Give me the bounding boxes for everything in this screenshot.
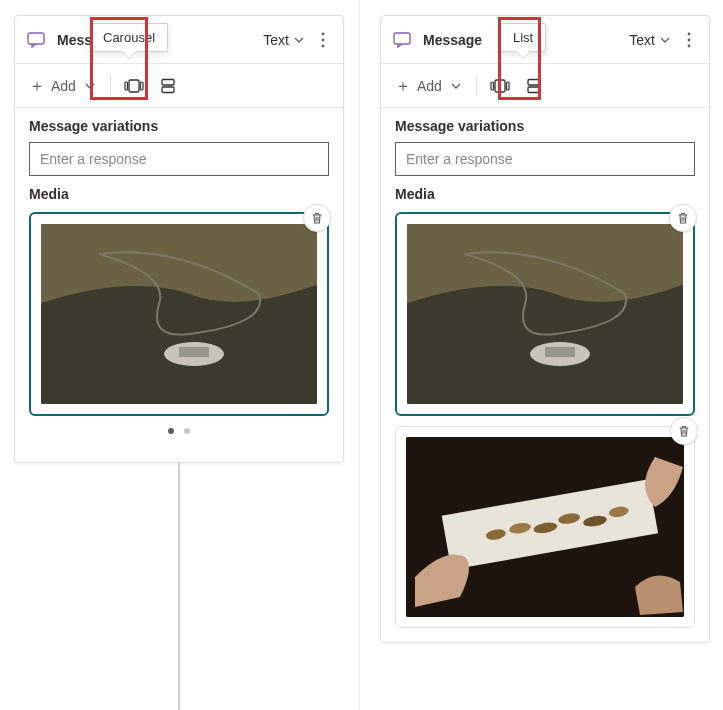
- svg-rect-17: [491, 82, 494, 90]
- plus-icon: ＋: [29, 78, 45, 94]
- svg-rect-11: [179, 347, 209, 357]
- toolbar-divider: [110, 76, 111, 96]
- toolbar: ＋ Add: [15, 64, 343, 108]
- message-card-right: Message Text ＋ Add: [380, 15, 710, 643]
- svg-point-13: [688, 32, 691, 35]
- toolbar: ＋ Add: [381, 64, 709, 108]
- message-icon: [25, 29, 47, 51]
- media-card[interactable]: [395, 426, 695, 628]
- response-input[interactable]: [29, 142, 329, 176]
- add-label: Add: [51, 78, 76, 94]
- svg-point-1: [322, 32, 325, 35]
- response-input[interactable]: [395, 142, 695, 176]
- variations-section: Message variations: [15, 108, 343, 180]
- message-card-left: Message Text ＋ Add: [14, 15, 344, 463]
- more-options-button[interactable]: [313, 24, 333, 56]
- svg-point-3: [322, 44, 325, 47]
- chevron-down-icon: [659, 34, 671, 46]
- svg-rect-20: [528, 87, 540, 93]
- more-options-button[interactable]: [679, 24, 699, 56]
- svg-rect-7: [162, 79, 174, 85]
- text-type-dropdown[interactable]: Text: [261, 28, 307, 52]
- media-section-head: Media: [15, 180, 343, 202]
- variations-heading: Message variations: [395, 118, 695, 134]
- chevron-down-icon: [450, 80, 462, 92]
- connector-line: [178, 458, 180, 710]
- svg-rect-6: [140, 82, 143, 90]
- svg-rect-19: [528, 79, 540, 85]
- media-card[interactable]: [395, 212, 695, 416]
- svg-rect-12: [394, 33, 410, 44]
- media-image: [407, 224, 683, 404]
- add-button[interactable]: ＋ Add: [23, 74, 102, 98]
- svg-point-2: [322, 38, 325, 41]
- svg-rect-4: [129, 80, 139, 92]
- svg-rect-23: [545, 347, 575, 357]
- layout-list-button[interactable]: [519, 71, 549, 101]
- card-title: Message: [423, 32, 482, 48]
- layout-carousel-button[interactable]: [485, 71, 515, 101]
- text-type-label: Text: [263, 32, 289, 48]
- add-button[interactable]: ＋ Add: [389, 74, 468, 98]
- media-image: [406, 437, 684, 617]
- layout-list-button[interactable]: [153, 71, 183, 101]
- toolbar-divider: [476, 76, 477, 96]
- svg-point-14: [688, 38, 691, 41]
- chevron-down-icon: [293, 34, 305, 46]
- delete-media-button[interactable]: [670, 417, 698, 445]
- delete-media-button[interactable]: [303, 204, 331, 232]
- carousel-pagination: [29, 416, 329, 448]
- variations-heading: Message variations: [29, 118, 329, 134]
- card-header: Message Text: [15, 16, 343, 64]
- page-divider: [359, 0, 360, 710]
- layout-carousel-button[interactable]: [119, 71, 149, 101]
- chevron-down-icon: [84, 80, 96, 92]
- plus-icon: ＋: [395, 78, 411, 94]
- svg-point-15: [688, 44, 691, 47]
- carousel-dot-active[interactable]: [168, 428, 174, 434]
- media-area: [381, 212, 709, 642]
- delete-media-button[interactable]: [669, 204, 697, 232]
- message-icon: [391, 29, 413, 51]
- svg-rect-8: [162, 87, 174, 93]
- text-type-dropdown[interactable]: Text: [627, 28, 673, 52]
- tooltip-list: List: [500, 23, 546, 52]
- media-area: [15, 212, 343, 462]
- svg-rect-5: [125, 82, 128, 90]
- carousel-dot[interactable]: [184, 428, 190, 434]
- svg-rect-18: [506, 82, 509, 90]
- svg-rect-16: [495, 80, 505, 92]
- media-card[interactable]: [29, 212, 329, 416]
- svg-rect-0: [28, 33, 44, 44]
- text-type-label: Text: [629, 32, 655, 48]
- media-heading: Media: [29, 186, 329, 202]
- add-label: Add: [417, 78, 442, 94]
- variations-section: Message variations: [381, 108, 709, 180]
- media-section-head: Media: [381, 180, 709, 202]
- media-image: [41, 224, 317, 404]
- tooltip-carousel: Carousel: [90, 23, 168, 52]
- media-heading: Media: [395, 186, 695, 202]
